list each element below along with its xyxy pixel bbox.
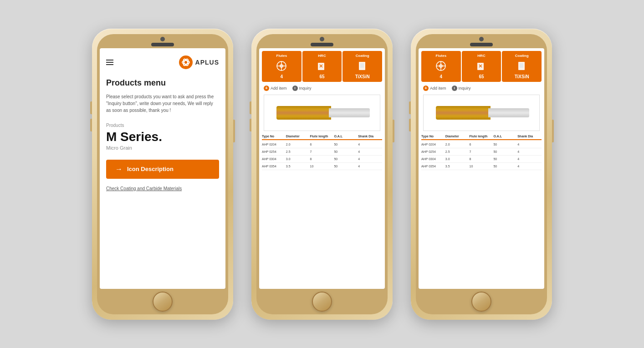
volume-up-btn-1[interactable]	[90, 101, 92, 114]
info-icon-3: i	[452, 86, 457, 91]
filter-tiles-3: Flutes 4 HRC	[419, 48, 544, 82]
menu-desc: Please select products you want to ask a…	[106, 93, 219, 114]
inquiry-label-2: Inquiry	[299, 86, 312, 91]
th-typeno-3: Type No	[421, 135, 445, 138]
tile-label-flutes-3: Flutes	[436, 54, 447, 58]
side-buttons-right-2	[393, 120, 394, 142]
shank-part-2	[329, 108, 370, 117]
home-button-3[interactable]	[471, 292, 491, 312]
side-buttons-left-3	[409, 101, 411, 131]
tile-value-hrc-3: 65	[479, 74, 484, 79]
tool-image-2	[276, 104, 368, 122]
tile-label-flutes-2: Flutes	[276, 54, 287, 58]
th-diameter-3: Diameter	[445, 135, 470, 138]
volume-down-btn-1[interactable]	[90, 119, 92, 131]
icon-desc-label: Icon Description	[127, 166, 174, 172]
tool-diagram-2	[264, 95, 380, 131]
shank-part-3	[488, 108, 529, 117]
tile-label-hrc-2: HRC	[318, 54, 326, 58]
flutes-icon-3	[434, 60, 447, 72]
table-row-2-4: AHP 0354 3.5 10 50 4	[262, 163, 382, 170]
logo-text: APLUS	[195, 59, 219, 66]
side-buttons-right-1	[233, 120, 235, 142]
home-button-1[interactable]	[153, 292, 173, 312]
phone-2-top	[259, 37, 385, 48]
svg-rect-20	[520, 63, 523, 68]
plus-icon-3: +	[423, 86, 429, 91]
home-button-2[interactable]	[312, 292, 332, 312]
tile-value-hrc-2: 65	[319, 74, 324, 79]
coating-icon-2	[356, 60, 369, 72]
add-item-button-3[interactable]: + Add item	[423, 86, 446, 91]
filter-tile-coating-3[interactable]: Coating TiXSiN	[502, 51, 542, 82]
tile-label-hrc-3: HRC	[477, 54, 485, 58]
side-buttons-left-1	[90, 101, 92, 131]
filter-tile-coating-2[interactable]: Coating TiXSiN	[342, 51, 382, 82]
filter-tile-hrc-3[interactable]: HRC 65	[462, 51, 501, 82]
th-shankdia-3: Shank Dia	[517, 135, 542, 138]
inquiry-button-3[interactable]: i Inquiry	[452, 86, 471, 91]
power-btn-1[interactable]	[233, 120, 235, 142]
phone-3: Flutes 4 HRC	[411, 29, 552, 320]
inquiry-button-2[interactable]: i Inquiry	[292, 86, 312, 91]
th-diameter-2: Diameter	[286, 135, 310, 138]
coating-icon-3	[516, 60, 528, 72]
hamburger-icon[interactable]	[106, 60, 113, 65]
product-actions-2: + Add item i Inquiry	[259, 82, 385, 95]
add-item-button-2[interactable]: + Add item	[264, 86, 287, 91]
th-shankdia-2: Shank Dia	[358, 135, 382, 138]
th-flutelength-2: Flute length	[310, 135, 334, 138]
series-title: M Series.	[106, 130, 219, 144]
phone-1-screen: APLUS Products menu Please select produc…	[100, 48, 225, 289]
tile-value-flutes-3: 4	[440, 74, 443, 79]
table-header-2: Type No Diameter Flute length O.A.L Shan…	[262, 135, 382, 140]
volume-up-btn-3[interactable]	[409, 101, 411, 114]
logo-area: APLUS	[179, 55, 219, 69]
camera-2	[320, 37, 324, 41]
filter-tile-flutes-3[interactable]: Flutes 4	[421, 51, 461, 82]
th-flutelength-3: Flute length	[470, 135, 494, 138]
add-item-label-3: Add item	[430, 86, 446, 91]
logo-circle	[179, 55, 193, 69]
tile-label-coating-3: Coating	[515, 54, 529, 58]
phone-3-top	[419, 37, 544, 48]
filter-tile-hrc-2[interactable]: HRC 65	[302, 51, 342, 82]
add-item-label-2: Add item	[271, 86, 287, 91]
phone-3-inner: Flutes 4 HRC	[416, 34, 547, 314]
products-label: Products	[106, 123, 219, 128]
volume-down-btn-2[interactable]	[250, 119, 251, 131]
volume-down-btn-3[interactable]	[409, 119, 411, 131]
phones-container: APLUS Products menu Please select produc…	[92, 29, 552, 320]
hrc-icon-3	[475, 60, 488, 72]
speaker-3	[470, 43, 493, 46]
phone-1-inner: APLUS Products menu Please select produc…	[97, 34, 228, 314]
phone-2: Flutes 4 HRC	[251, 29, 393, 320]
volume-up-btn-2[interactable]	[250, 101, 251, 114]
table-row-2-3: AHP 0304 3.0 8 50 4	[262, 156, 382, 163]
series-subtitle: Micro Grain	[106, 145, 219, 151]
table-row-3-3: AHP 0304 3.0 8 50 4	[421, 156, 542, 163]
tool-image-3	[436, 104, 527, 122]
check-coating-link[interactable]: Check Coating and Carbide Materials	[106, 186, 219, 191]
product-table-2: Type No Diameter Flute length O.A.L Shan…	[259, 135, 385, 170]
th-typeno-2: Type No	[262, 135, 286, 138]
tile-value-coating-2: TiXSiN	[355, 74, 370, 79]
phone-2-inner: Flutes 4 HRC	[256, 34, 388, 314]
power-btn-3[interactable]	[552, 120, 554, 142]
filter-tiles-2: Flutes 4 HRC	[259, 48, 385, 82]
plus-icon-2: +	[264, 86, 269, 91]
power-btn-2[interactable]	[393, 120, 394, 142]
tool-diagram-3	[423, 95, 540, 131]
tile-label-coating-2: Coating	[356, 54, 369, 58]
tile-value-flutes-2: 4	[281, 74, 283, 79]
product-actions-3: + Add item i Inquiry	[419, 82, 544, 95]
side-buttons-left-2	[250, 101, 251, 131]
table-header-3: Type No Diameter Flute length O.A.L Shan…	[421, 135, 542, 140]
flutes-icon-2	[275, 60, 288, 72]
flute-part-3	[436, 106, 491, 120]
phone-2-bottom	[259, 289, 385, 312]
icon-description-button[interactable]: → Icon Description	[106, 160, 219, 179]
filter-tile-flutes-2[interactable]: Flutes 4	[262, 51, 302, 82]
phone-2-screen: Flutes 4 HRC	[259, 48, 385, 289]
tile-value-coating-3: TiXSiN	[515, 74, 529, 79]
